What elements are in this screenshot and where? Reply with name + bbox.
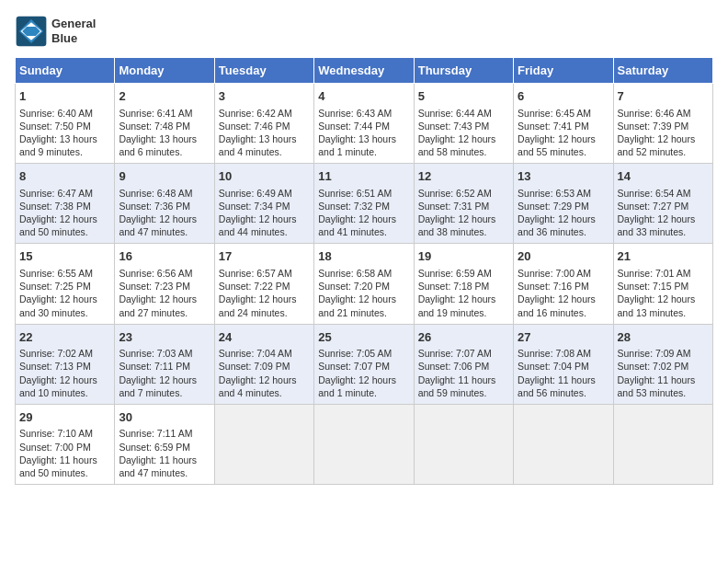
sunset-text: Sunset: 7:11 PM [119, 361, 190, 372]
sunrise-text: Sunrise: 6:55 AM [19, 268, 93, 279]
day-number: 29 [19, 409, 110, 426]
daylight-text: Daylight: 12 hours and 55 minutes. [518, 133, 596, 157]
sunset-text: Sunset: 6:59 PM [119, 442, 190, 453]
daylight-text: Daylight: 12 hours and 27 minutes. [119, 293, 197, 317]
calendar-cell: 14Sunrise: 6:54 AMSunset: 7:27 PMDayligh… [613, 164, 712, 244]
daylight-text: Daylight: 13 hours and 9 minutes. [19, 133, 97, 157]
sunset-text: Sunset: 7:15 PM [618, 281, 689, 292]
sunset-text: Sunset: 7:31 PM [418, 201, 490, 212]
day-number: 1 [19, 88, 110, 105]
day-number: 30 [119, 409, 210, 426]
day-of-week-header: Sunday [16, 58, 115, 84]
day-of-week-header: Friday [514, 58, 613, 84]
calendar-cell: 11Sunrise: 6:51 AMSunset: 7:32 PMDayligh… [314, 164, 414, 244]
sunset-text: Sunset: 7:39 PM [618, 121, 689, 132]
daylight-text: Daylight: 12 hours and 16 minutes. [518, 293, 596, 317]
day-number: 4 [318, 88, 409, 105]
sunset-text: Sunset: 7:36 PM [119, 201, 190, 212]
calendar-cell: 19Sunrise: 6:59 AMSunset: 7:18 PMDayligh… [414, 244, 513, 324]
daylight-text: Daylight: 12 hours and 36 minutes. [518, 213, 596, 237]
sunrise-text: Sunrise: 7:05 AM [318, 348, 392, 359]
sunset-text: Sunset: 7:07 PM [318, 361, 390, 372]
calendar-cell: 2Sunrise: 6:41 AMSunset: 7:48 PMDaylight… [115, 84, 214, 164]
calendar-cell [314, 404, 414, 484]
sunrise-text: Sunrise: 6:47 AM [19, 188, 93, 199]
sunrise-text: Sunrise: 6:51 AM [318, 188, 392, 199]
daylight-text: Daylight: 11 hours and 50 minutes. [19, 454, 97, 478]
daylight-text: Daylight: 11 hours and 56 minutes. [518, 374, 596, 398]
daylight-text: Daylight: 12 hours and 7 minutes. [119, 374, 197, 398]
daylight-text: Daylight: 12 hours and 21 minutes. [318, 293, 396, 317]
sunrise-text: Sunrise: 7:02 AM [19, 348, 93, 359]
day-number: 19 [418, 248, 509, 265]
day-number: 5 [418, 88, 509, 105]
calendar-cell [514, 404, 613, 484]
calendar-cell: 8Sunrise: 6:47 AMSunset: 7:38 PMDaylight… [16, 164, 115, 244]
calendar-cell: 13Sunrise: 6:53 AMSunset: 7:29 PMDayligh… [514, 164, 613, 244]
calendar-cell: 24Sunrise: 7:04 AMSunset: 7:09 PMDayligh… [214, 324, 313, 404]
daylight-text: Daylight: 12 hours and 13 minutes. [618, 293, 696, 317]
day-number: 18 [318, 248, 409, 265]
day-number: 16 [119, 248, 210, 265]
daylight-text: Daylight: 12 hours and 50 minutes. [19, 213, 97, 237]
calendar-cell: 1Sunrise: 6:40 AMSunset: 7:50 PMDaylight… [16, 84, 115, 164]
daylight-text: Daylight: 13 hours and 4 minutes. [219, 133, 297, 157]
sunset-text: Sunset: 7:09 PM [219, 361, 290, 372]
day-of-week-header: Thursday [414, 58, 513, 84]
sunset-text: Sunset: 7:38 PM [19, 201, 91, 212]
sunrise-text: Sunrise: 7:07 AM [418, 348, 492, 359]
calendar-cell: 25Sunrise: 7:05 AMSunset: 7:07 PMDayligh… [314, 324, 414, 404]
daylight-text: Daylight: 12 hours and 44 minutes. [219, 213, 297, 237]
day-number: 2 [119, 88, 210, 105]
calendar-cell [214, 404, 313, 484]
sunrise-text: Sunrise: 6:58 AM [318, 268, 392, 279]
calendar-week-row: 15Sunrise: 6:55 AMSunset: 7:25 PMDayligh… [16, 244, 713, 324]
calendar-cell: 16Sunrise: 6:56 AMSunset: 7:23 PMDayligh… [115, 244, 214, 324]
daylight-text: Daylight: 11 hours and 59 minutes. [418, 374, 496, 398]
sunrise-text: Sunrise: 7:08 AM [518, 348, 591, 359]
calendar-cell: 26Sunrise: 7:07 AMSunset: 7:06 PMDayligh… [414, 324, 513, 404]
calendar-cell: 22Sunrise: 7:02 AMSunset: 7:13 PMDayligh… [16, 324, 115, 404]
calendar-cell: 15Sunrise: 6:55 AMSunset: 7:25 PMDayligh… [16, 244, 115, 324]
calendar-cell: 30Sunrise: 7:11 AMSunset: 6:59 PMDayligh… [115, 404, 214, 484]
sunrise-text: Sunrise: 6:59 AM [418, 268, 492, 279]
calendar-cell: 9Sunrise: 6:48 AMSunset: 7:36 PMDaylight… [115, 164, 214, 244]
calendar-table: SundayMondayTuesdayWednesdayThursdayFrid… [15, 57, 713, 485]
calendar-cell [613, 404, 712, 484]
sunrise-text: Sunrise: 6:45 AM [518, 108, 591, 119]
day-number: 11 [318, 168, 409, 185]
daylight-text: Daylight: 12 hours and 33 minutes. [618, 213, 696, 237]
sunrise-text: Sunrise: 7:04 AM [219, 348, 292, 359]
calendar-cell: 6Sunrise: 6:45 AMSunset: 7:41 PMDaylight… [514, 84, 613, 164]
sunset-text: Sunset: 7:22 PM [219, 281, 290, 292]
calendar-cell: 21Sunrise: 7:01 AMSunset: 7:15 PMDayligh… [613, 244, 712, 324]
day-of-week-header: Wednesday [314, 58, 414, 84]
day-number: 17 [219, 248, 310, 265]
sunset-text: Sunset: 7:41 PM [518, 121, 589, 132]
sunrise-text: Sunrise: 6:52 AM [418, 188, 492, 199]
calendar-cell: 4Sunrise: 6:43 AMSunset: 7:44 PMDaylight… [314, 84, 414, 164]
sunrise-text: Sunrise: 6:56 AM [119, 268, 192, 279]
day-of-week-header: Saturday [613, 58, 712, 84]
day-of-week-header: Tuesday [214, 58, 313, 84]
day-number: 6 [518, 88, 609, 105]
logo-icon [15, 15, 48, 48]
calendar-cell: 17Sunrise: 6:57 AMSunset: 7:22 PMDayligh… [214, 244, 313, 324]
logo-text: General Blue [51, 17, 96, 45]
sunset-text: Sunset: 7:27 PM [618, 201, 689, 212]
sunset-text: Sunset: 7:13 PM [19, 361, 91, 372]
calendar-cell: 12Sunrise: 6:52 AMSunset: 7:31 PMDayligh… [414, 164, 513, 244]
daylight-text: Daylight: 11 hours and 53 minutes. [618, 374, 696, 398]
sunrise-text: Sunrise: 7:01 AM [618, 268, 691, 279]
calendar-cell: 27Sunrise: 7:08 AMSunset: 7:04 PMDayligh… [514, 324, 613, 404]
sunrise-text: Sunrise: 6:57 AM [219, 268, 292, 279]
daylight-text: Daylight: 12 hours and 47 minutes. [119, 213, 197, 237]
calendar-week-row: 29Sunrise: 7:10 AMSunset: 7:00 PMDayligh… [16, 404, 713, 484]
calendar-cell: 29Sunrise: 7:10 AMSunset: 7:00 PMDayligh… [16, 404, 115, 484]
day-number: 25 [318, 329, 409, 346]
daylight-text: Daylight: 12 hours and 1 minute. [318, 374, 396, 398]
day-number: 3 [219, 88, 310, 105]
day-number: 27 [518, 329, 609, 346]
sunrise-text: Sunrise: 7:09 AM [618, 348, 691, 359]
calendar-cell: 20Sunrise: 7:00 AMSunset: 7:16 PMDayligh… [514, 244, 613, 324]
